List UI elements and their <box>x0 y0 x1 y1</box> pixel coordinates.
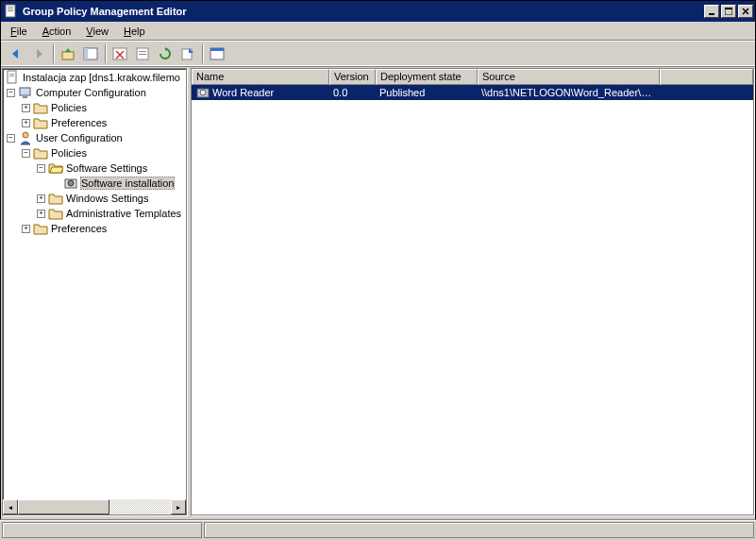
svg-rect-16 <box>210 48 224 51</box>
svg-rect-19 <box>9 76 14 76</box>
expand-icon[interactable]: + <box>22 119 30 127</box>
svg-rect-13 <box>139 54 146 55</box>
svg-rect-1 <box>8 7 13 8</box>
show-hide-tree-button[interactable] <box>80 43 101 64</box>
svg-point-26 <box>200 90 206 95</box>
up-button[interactable] <box>58 43 78 64</box>
app-icon <box>4 4 19 19</box>
tree-pane: Instalacja zap [dns1.krakow.filemo − Com… <box>2 68 187 515</box>
refresh-button[interactable] <box>155 43 176 64</box>
user-icon <box>18 130 33 145</box>
tree-label: Windows Settings <box>65 193 149 204</box>
menu-action[interactable]: Action <box>35 24 79 39</box>
title-bar: Group Policy Management Editor <box>1 1 755 22</box>
tree-node-user-config[interactable]: − User Configuration <box>3 130 186 145</box>
tree-node-computer-config[interactable]: − Computer Configuration <box>3 85 186 100</box>
scroll-left-button[interactable]: ◂ <box>3 499 18 515</box>
folder-icon <box>33 115 48 130</box>
column-version[interactable]: Version <box>329 69 376 85</box>
svg-rect-20 <box>20 88 30 95</box>
scroll-track[interactable] <box>18 499 171 515</box>
expand-icon[interactable]: + <box>37 194 45 203</box>
tree-node-user-policies[interactable]: − Policies <box>3 145 186 160</box>
toolbar-separator <box>105 44 106 63</box>
status-bar <box>0 519 756 540</box>
tree-node-comp-policies[interactable]: + Policies <box>3 100 186 115</box>
svg-rect-4 <box>709 13 714 15</box>
svg-rect-18 <box>9 74 14 75</box>
cell-source: \\dns1\NETLOGON\Word_Reader\kk... <box>478 87 660 98</box>
folder-icon <box>33 145 48 160</box>
cell-name-text: Word Reader <box>212 87 274 98</box>
tree-label: Administrative Templates <box>65 208 182 219</box>
list-body[interactable]: Word Reader 0.0 Published \\dns1\NETLOGO… <box>192 85 753 515</box>
cell-version: 0.0 <box>329 87 376 98</box>
back-button[interactable] <box>6 43 26 64</box>
tree-label: Software Settings <box>65 162 148 174</box>
cell-name: Word Reader <box>192 85 329 100</box>
tree-node-root[interactable]: Instalacja zap [dns1.krakow.filemo <box>3 70 186 85</box>
svg-rect-2 <box>8 8 13 9</box>
column-source[interactable]: Source <box>478 69 660 85</box>
menu-bar: File Action View Help <box>1 22 755 41</box>
tree-node-admin-templates[interactable]: + Administrative Templates <box>3 206 186 221</box>
menu-help-label: elp <box>131 25 145 37</box>
toolbar-separator <box>202 44 203 63</box>
expand-icon[interactable]: + <box>37 210 45 218</box>
column-name[interactable]: Name <box>192 69 329 85</box>
svg-rect-17 <box>8 71 16 83</box>
tree-node-user-preferences[interactable]: + Preferences <box>3 221 186 236</box>
svg-point-24 <box>68 180 74 186</box>
tree-label: Instalacja zap [dns1.krakow.filemo <box>22 72 181 83</box>
list-row[interactable]: Word Reader 0.0 Published \\dns1\NETLOGO… <box>192 85 753 100</box>
tree-label: Preferences <box>50 223 108 234</box>
window-title: Group Policy Management Editor <box>23 6 702 17</box>
tree-label: Computer Configuration <box>35 87 147 98</box>
minimize-button[interactable] <box>704 5 719 18</box>
folder-icon <box>33 221 48 236</box>
tree-node-software-installation[interactable]: Software installation <box>3 176 186 191</box>
menu-file-label: ile <box>17 25 27 37</box>
menu-help[interactable]: Help <box>116 24 153 39</box>
scroll-thumb[interactable] <box>18 499 109 515</box>
tree-label: Policies <box>50 102 88 113</box>
help-button[interactable] <box>207 43 227 64</box>
export-list-button[interactable] <box>177 43 198 64</box>
tree-node-software-settings[interactable]: − Software Settings <box>3 160 186 176</box>
menu-view-label: iew <box>92 25 109 37</box>
toolbar-separator <box>53 44 54 63</box>
delete-button[interactable] <box>109 43 130 64</box>
menu-file[interactable]: File <box>3 24 35 39</box>
collapse-icon[interactable]: − <box>7 134 15 143</box>
tree-horizontal-scrollbar[interactable]: ◂ ▸ <box>3 499 186 515</box>
installer-icon <box>63 176 78 191</box>
expand-icon[interactable]: + <box>22 104 30 112</box>
computer-icon <box>18 85 33 100</box>
forward-button[interactable] <box>28 43 49 64</box>
list-header: Name Version Deployment state Source <box>192 69 753 85</box>
folder-icon <box>48 206 63 221</box>
no-expander <box>52 179 60 188</box>
svg-rect-3 <box>8 10 13 11</box>
expand-icon[interactable]: + <box>22 225 30 233</box>
scroll-right-button[interactable]: ▸ <box>171 499 186 515</box>
maximize-button[interactable] <box>721 5 736 18</box>
properties-button[interactable] <box>132 43 153 64</box>
svg-rect-12 <box>139 51 146 52</box>
menu-action-label: ction <box>49 25 71 37</box>
menu-view[interactable]: View <box>78 24 116 39</box>
close-button[interactable] <box>738 5 753 18</box>
package-icon <box>195 85 210 100</box>
collapse-icon[interactable]: − <box>22 149 30 158</box>
collapse-icon[interactable]: − <box>37 164 45 173</box>
svg-point-22 <box>23 132 28 138</box>
tree-view[interactable]: Instalacja zap [dns1.krakow.filemo − Com… <box>3 69 186 237</box>
list-pane: Name Version Deployment state Source Wor… <box>191 68 754 515</box>
column-deployment[interactable]: Deployment state <box>376 69 478 85</box>
tree-node-comp-preferences[interactable]: + Preferences <box>3 115 186 130</box>
folder-open-icon <box>48 160 63 176</box>
folder-icon <box>33 100 48 115</box>
collapse-icon[interactable]: − <box>7 89 15 97</box>
svg-rect-9 <box>84 48 88 59</box>
tree-node-windows-settings[interactable]: + Windows Settings <box>3 191 186 206</box>
